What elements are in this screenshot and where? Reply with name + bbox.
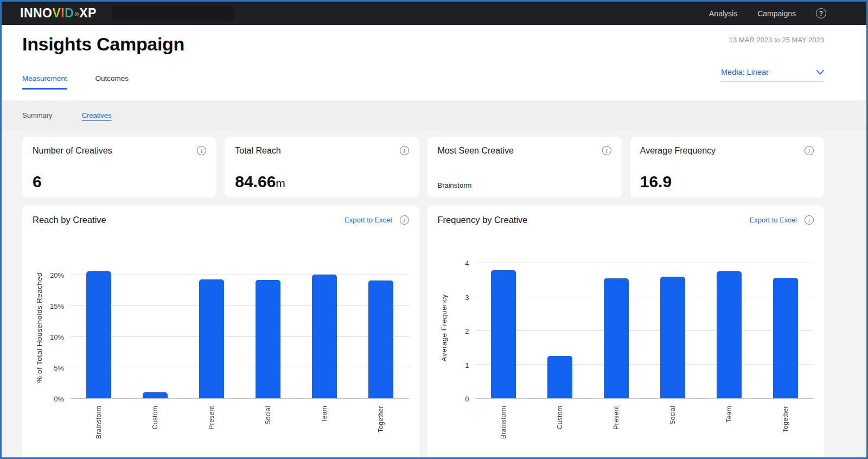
page-title: Insights Campaign bbox=[22, 34, 184, 55]
bar-brainstorm[interactable] bbox=[491, 270, 516, 398]
y-tick-label: 20% bbox=[50, 272, 64, 279]
y-tick-label: 0 bbox=[465, 396, 469, 403]
chart-card-reach-by-creative: Reach by Creative Export to Excel i % of… bbox=[22, 206, 419, 459]
bar-team[interactable] bbox=[312, 275, 337, 398]
tab-measurement[interactable]: Measurement bbox=[22, 74, 67, 90]
logo-text: INNO bbox=[20, 6, 53, 21]
x-axis-labels: BrainstormCustomPresentSocialTeamTogethe… bbox=[71, 399, 409, 450]
x-tick-label: Together bbox=[378, 406, 384, 432]
subtab-creatives[interactable]: Creatives bbox=[82, 111, 112, 119]
help-icon[interactable]: ? bbox=[816, 8, 826, 18]
y-tick-label: 10% bbox=[50, 334, 64, 341]
x-label-column: Together bbox=[757, 406, 814, 450]
bar-custom[interactable] bbox=[547, 356, 572, 398]
info-icon[interactable]: i bbox=[805, 215, 814, 225]
x-label-column: Brainstorm bbox=[476, 406, 532, 450]
bar-present[interactable] bbox=[199, 279, 224, 398]
bar-column bbox=[757, 257, 814, 398]
bar-present[interactable] bbox=[604, 278, 629, 398]
innovid-xp-logo[interactable]: INNOVID»XP bbox=[20, 6, 97, 21]
x-tick-label: Team bbox=[321, 406, 328, 423]
kpi-card-most-seen-creative: Most Seen Creative i Brainstorm bbox=[427, 137, 622, 197]
x-label-column: Custom bbox=[127, 406, 183, 450]
y-tick-label: 1 bbox=[465, 361, 469, 368]
x-tick-label: Present bbox=[208, 406, 215, 429]
kpi-card-average-frequency: Average Frequency i 16.9 bbox=[630, 137, 824, 197]
y-tick-label: 3 bbox=[465, 294, 469, 301]
info-icon[interactable]: i bbox=[805, 146, 814, 155]
sub-tab-strip: Summary Creatives bbox=[2, 100, 866, 130]
bar-column bbox=[588, 257, 644, 398]
y-tick-label: 2 bbox=[465, 328, 469, 335]
bar-chart-frequency: Average Frequency 01234 BrainstormCustom… bbox=[438, 257, 814, 450]
export-to-excel-link[interactable]: Export to Excel bbox=[344, 216, 392, 224]
bar-column bbox=[296, 257, 353, 398]
bar-brainstorm[interactable] bbox=[86, 271, 111, 398]
x-label-column: Team bbox=[701, 406, 757, 450]
y-tick-label: 5% bbox=[54, 365, 64, 372]
kpi-value: 16.9 bbox=[640, 174, 814, 190]
x-tick-label: Custom bbox=[152, 406, 158, 429]
bar-team[interactable] bbox=[717, 271, 742, 398]
info-icon[interactable]: i bbox=[400, 146, 409, 155]
nav-link-analysis[interactable]: Analysis bbox=[709, 9, 737, 18]
x-tick-label: Custom bbox=[557, 406, 563, 429]
y-tick-label: 0% bbox=[54, 396, 64, 403]
info-icon[interactable]: i bbox=[400, 215, 409, 225]
subtab-summary[interactable]: Summary bbox=[22, 111, 53, 119]
bar-together[interactable] bbox=[368, 280, 393, 398]
y-axis-label: Average Frequency bbox=[438, 257, 451, 399]
x-label-column: Social bbox=[644, 406, 701, 450]
y-tick-label: 4 bbox=[465, 260, 469, 267]
export-to-excel-link[interactable]: Export to Excel bbox=[750, 216, 797, 224]
chart-card-frequency-by-creative: Frequency by Creative Export to Excel i … bbox=[427, 206, 825, 459]
y-axis-ticks: 0%5%10%15%20% bbox=[46, 257, 71, 399]
nav-link-campaigns[interactable]: Campaigns bbox=[757, 9, 796, 18]
bar-social[interactable] bbox=[660, 277, 685, 398]
kpi-value: 84.66m bbox=[235, 174, 409, 190]
plot-area bbox=[476, 257, 814, 399]
chevron-down-icon bbox=[816, 70, 824, 75]
x-label-column: Brainstorm bbox=[71, 406, 127, 450]
x-axis-labels: BrainstormCustomPresentSocialTeamTogethe… bbox=[476, 399, 814, 450]
kpi-title: Total Reach bbox=[235, 146, 281, 156]
x-label-column: Present bbox=[588, 406, 644, 450]
kpi-title: Number of Creatives bbox=[33, 146, 112, 156]
bar-social[interactable] bbox=[256, 280, 280, 398]
x-tick-label: Team bbox=[726, 406, 732, 423]
main-content: Number of Creatives i 6 Total Reach i 84… bbox=[2, 130, 866, 459]
bar-column bbox=[183, 257, 240, 398]
bar-custom[interactable] bbox=[143, 392, 168, 398]
charts-row: Reach by Creative Export to Excel i % of… bbox=[22, 206, 824, 459]
date-range: 13 MAR 2023 to 25 MAY 2023 bbox=[729, 34, 824, 44]
top-nav: INNOVID»XP Analysis Campaigns ? bbox=[2, 2, 866, 25]
x-label-column: Team bbox=[296, 406, 353, 450]
x-tick-label: Together bbox=[782, 406, 789, 432]
chart-title: Frequency by Creative bbox=[438, 215, 528, 225]
info-icon[interactable]: i bbox=[602, 146, 611, 155]
bar-column bbox=[240, 257, 296, 398]
x-label-column: Present bbox=[183, 406, 240, 450]
bar-together[interactable] bbox=[773, 278, 798, 398]
x-tick-label: Social bbox=[669, 406, 676, 424]
x-label-column: Custom bbox=[532, 406, 588, 450]
masked-campaign-name bbox=[112, 6, 234, 21]
kpi-title: Most Seen Creative bbox=[438, 146, 514, 156]
y-axis-label: % of Total Households Reached bbox=[33, 257, 46, 399]
media-dropdown[interactable]: Media: Linear bbox=[721, 68, 824, 82]
nav-links: Analysis Campaigns ? bbox=[709, 8, 826, 18]
x-tick-label: Present bbox=[613, 406, 620, 429]
page-header: Insights Campaign 13 MAR 2023 to 25 MAY … bbox=[2, 25, 866, 100]
tab-outcomes[interactable]: Outcomes bbox=[95, 74, 129, 90]
y-tick-label: 15% bbox=[50, 303, 64, 310]
bar-column bbox=[71, 257, 127, 398]
kpi-card-number-of-creatives: Number of Creatives i 6 bbox=[22, 137, 216, 197]
x-label-column: Social bbox=[240, 406, 296, 450]
bar-column bbox=[644, 257, 701, 398]
bar-column bbox=[532, 257, 588, 398]
x-tick-label: Brainstorm bbox=[95, 406, 102, 439]
kpi-value-suffix: m bbox=[276, 177, 285, 189]
bar-column bbox=[127, 257, 183, 398]
bar-column bbox=[353, 257, 409, 398]
info-icon[interactable]: i bbox=[197, 146, 206, 155]
